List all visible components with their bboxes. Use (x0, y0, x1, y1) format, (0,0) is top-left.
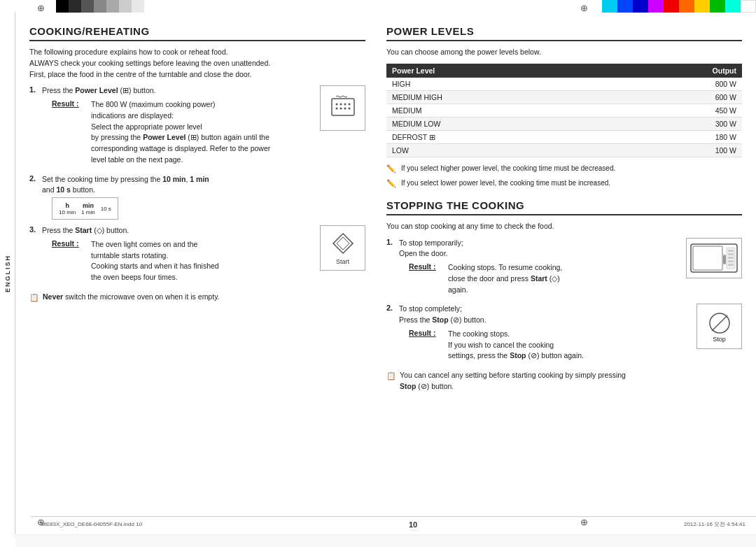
color-block-green (710, 0, 725, 13)
power-level-svg (329, 93, 357, 121)
step-3-result: Result : The oven light comes on and the… (52, 239, 313, 283)
svg-rect-12 (693, 246, 722, 270)
step-3: 3. Press the Start (◇) button. Result : … (29, 225, 365, 286)
table-header-output: Output (612, 64, 742, 78)
stopping-step-1-num: 1. (386, 238, 396, 299)
svg-point-2 (340, 104, 342, 106)
power-output-med-low: 300 W (612, 117, 742, 130)
step-1-num: 1. (29, 85, 39, 168)
intro-line-2: ALWAYS check your cooking settings befor… (29, 59, 270, 67)
start-label: Start (336, 258, 349, 265)
power-level-med: MEDIUM (386, 104, 612, 117)
svg-point-4 (348, 104, 350, 106)
sidebar-label: ENGLISH (4, 255, 11, 292)
timer-box: h 10 min min 1 min 10 s (52, 197, 118, 220)
step-3-content: Press the Start (◇) button. Result : The… (42, 225, 365, 286)
left-column: COOKING/REHEATING The following procedur… (29, 25, 365, 525)
color-block-cyan (602, 0, 617, 13)
cooking-intro: The following procedure explains how to … (29, 47, 365, 80)
svg-marker-10 (337, 237, 349, 250)
svg-point-1 (335, 104, 337, 106)
stopping-step-1-result-text: Cooking stops. To resume cooking, close … (448, 262, 672, 295)
power-title: POWER LEVELS (386, 25, 742, 41)
stopping-step-1-text: To stop temporarily;Open the door. (399, 238, 672, 260)
color-block-white (741, 0, 756, 13)
step-1-result-label: Result : (52, 99, 87, 166)
cooking-note: 📋 Never switch the microwave oven on whe… (29, 292, 365, 304)
svg-point-6 (340, 108, 342, 110)
stopping-step-2-content: To stop completely;Press the Stop (⊘) bu… (399, 304, 742, 364)
stopping-step-2: 2. To stop completely;Press the Stop (⊘)… (386, 304, 742, 364)
timer-h-label: h (65, 202, 69, 209)
power-output-low: 100 W (612, 143, 742, 157)
stopping-note: 📋 You can cancel any setting before star… (386, 370, 742, 392)
color-block-darkblue (633, 0, 648, 13)
color-block-red (664, 0, 679, 13)
step-3-num: 3. (29, 225, 39, 286)
table-row: MEDIUM LOW 300 W (386, 117, 742, 130)
color-block (81, 0, 94, 13)
main-content: COOKING/REHEATING The following procedur… (15, 13, 756, 532)
stopping-step-2-text: To stop completely;Press the Stop (⊘) bu… (399, 304, 682, 326)
stopping-step-2-num: 2. (386, 304, 396, 364)
power-level-icon-box (320, 85, 365, 131)
bottom-bar (15, 534, 756, 547)
footer-right: 2012-11-16 오전 4:54:41 (684, 520, 746, 528)
color-block (119, 0, 132, 13)
footer: ME83X_XEO_DE68-04055F-EN.indd 10 10 2012… (31, 516, 756, 532)
content-columns: COOKING/REHEATING The following procedur… (15, 13, 756, 532)
stop-label: Stop (713, 336, 726, 343)
start-svg (330, 231, 356, 256)
stopping-intro: You can stop cooking at any time to chec… (386, 221, 742, 232)
step-3-result-label: Result : (52, 239, 87, 283)
svg-rect-17 (728, 257, 734, 259)
step-3-with-icon: Press the Start (◇) button. Result : The… (42, 225, 365, 286)
color-block (94, 0, 106, 13)
power-level-med-high: MEDIUM HIGH (386, 90, 612, 104)
color-bar-black (56, 0, 144, 13)
tip-icon-2: ✏️ (386, 178, 398, 190)
power-level-low: LOW (386, 143, 612, 157)
color-block (56, 0, 69, 13)
color-block-blue (617, 0, 633, 13)
step-3-text: Press the Start (◇) button. (42, 225, 313, 236)
power-output-high: 800 W (612, 78, 742, 91)
svg-point-8 (348, 108, 350, 110)
color-block (132, 0, 144, 13)
step-2-num: 2. (29, 174, 39, 220)
color-block-purple (648, 0, 664, 13)
intro-line-3: First, place the food in the centre of t… (29, 70, 252, 78)
color-block (69, 0, 81, 13)
stopping-step-2-result-text: The cooking stops. If you wish to cancel… (448, 329, 682, 362)
reg-mark-top-left: ⊕ (37, 3, 45, 13)
stopping-step-1-result-label: Result : (409, 262, 444, 295)
svg-marker-9 (333, 234, 353, 253)
step-1-text-area: Press the Power Level (⊞) button. Result… (42, 85, 313, 168)
color-bar-right (602, 0, 756, 13)
tip-icon-1: ✏️ (386, 163, 398, 175)
power-level-med-low: MEDIUM LOW (386, 117, 612, 130)
timer-col-s: 10 s (101, 206, 111, 212)
stopping-note-icon: 📋 (386, 370, 396, 382)
timer-col-h: h 10 min (59, 202, 76, 215)
tip-text-1: If you select higher power level, the co… (401, 163, 615, 173)
step-3-text-area: Press the Start (◇) button. Result : The… (42, 225, 313, 286)
stopping-step-1-content: To stop temporarily;Open the door. Resul… (399, 238, 742, 299)
svg-rect-15 (728, 250, 734, 252)
footer-page-number: 10 (409, 520, 417, 529)
power-level-high: HIGH (386, 78, 612, 91)
table-row: LOW 100 W (386, 143, 742, 157)
power-tip-1: ✏️ If you select higher power level, the… (386, 163, 742, 175)
timer-min-sub: 1 min (81, 209, 95, 215)
step-1-text: Press the Power Level (⊞) button. (42, 85, 313, 97)
stopping-step-2-with-icon: To stop completely;Press the Stop (⊘) bu… (399, 304, 742, 364)
svg-point-3 (344, 104, 346, 106)
color-block-teal (725, 0, 741, 13)
sidebar: ENGLISH (0, 13, 15, 534)
table-header-level: Power Level (386, 64, 612, 78)
stop-icon-box: Stop (696, 304, 742, 349)
svg-point-5 (335, 108, 337, 110)
power-table: Power Level Output HIGH 800 W MEDIUM HIG… (386, 64, 742, 157)
timer-min-label: min (83, 202, 94, 209)
step-1-result-text: The 800 W (maximum cooking power) indica… (91, 99, 313, 166)
